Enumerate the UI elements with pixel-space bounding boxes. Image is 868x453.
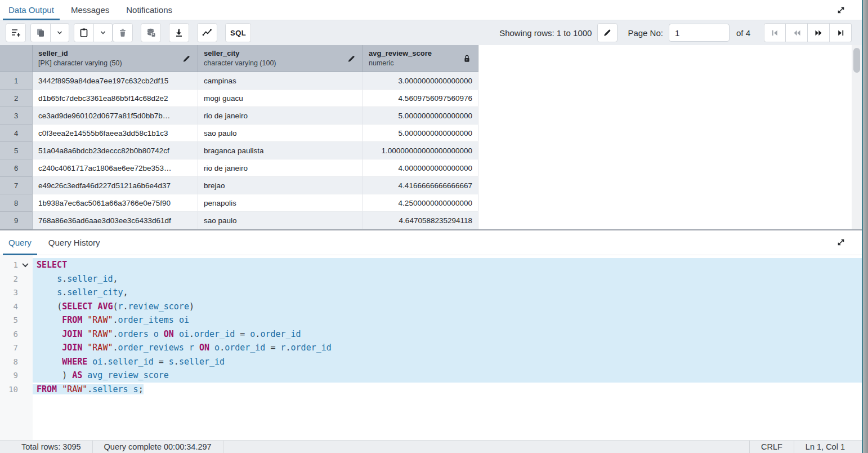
row-number[interactable]: 4 <box>0 125 33 142</box>
cell-seller-id[interactable]: 768a86e36ad6aae3d03ee3c6433d61df <box>33 212 198 229</box>
table-row: 6c240c4061717ac1806ae6ee72be353…rio de j… <box>0 159 478 177</box>
table-row: 7e49c26c3edfa46d227d5121a6b6e4d37brejao4… <box>0 177 478 194</box>
lock-icon <box>463 54 471 63</box>
line-number: 10 <box>0 385 18 394</box>
cell-seller-city[interactable]: rio de janeiro <box>198 159 363 177</box>
download-button[interactable] <box>169 23 189 42</box>
show-sql-button[interactable]: SQL <box>225 23 251 42</box>
table-row: 3ce3ad9de960102d0677a81f5d0bb7b…rio de j… <box>0 107 478 125</box>
results-grid: seller_id [PK] character varying (50) se… <box>0 45 862 229</box>
save-data-changes-button[interactable] <box>141 23 161 42</box>
copy-button[interactable] <box>30 23 51 42</box>
tab-data-output[interactable]: Data Output <box>0 0 62 20</box>
table-row: 4c0f3eea2e14555b6faeea3dd58c1b1c3sao pau… <box>0 125 478 142</box>
add-row-button[interactable] <box>6 23 26 42</box>
cell-seller-id[interactable]: ce3ad9de960102d0677a81f5d0bb7b… <box>33 107 198 125</box>
edit-row-range-button[interactable] <box>597 23 618 42</box>
cell-seller-id[interactable]: d1b65fc7debc3361ea86b5f14c68d2e2 <box>33 90 198 107</box>
code-text: JOIN "RAW".orders o ON oi.order_id = o.o… <box>33 329 301 339</box>
total-rows-status: Total rows: 3095 <box>10 441 93 453</box>
query-panel-tabs: Query Query History <box>0 230 862 255</box>
cell-avg-review-score[interactable]: 1.00000000000000000000 <box>363 142 478 159</box>
code-text: WHERE oi.seller_id = s.seller_id <box>33 357 225 367</box>
next-page-button[interactable] <box>808 23 830 42</box>
cell-avg-review-score[interactable]: 4.6470588235294118 <box>363 212 478 229</box>
row-number[interactable]: 5 <box>0 142 33 159</box>
fold-chevron-icon[interactable] <box>22 261 28 267</box>
cell-seller-city[interactable]: sao paulo <box>198 125 363 142</box>
line-number: 7 <box>0 343 18 352</box>
tab-query-history[interactable]: Query History <box>40 230 109 255</box>
code-line[interactable]: 7 JOIN "RAW".order_reviews r ON o.order_… <box>0 341 862 355</box>
code-line[interactable]: 3 s.seller_city, <box>0 286 862 300</box>
code-text: FROM "RAW".order_items oi <box>33 315 189 325</box>
paste-options-dropdown[interactable] <box>94 23 113 42</box>
showing-rows-label: Showing rows: 1 to 1000 <box>499 28 592 38</box>
cell-seller-city[interactable]: campinas <box>198 72 363 90</box>
cell-avg-review-score[interactable]: 4.2500000000000000 <box>363 194 478 212</box>
cursor-position-indicator: Ln 1, Col 1 <box>794 441 862 453</box>
cell-seller-city[interactable]: brejao <box>198 177 363 194</box>
sql-editor[interactable]: 1SELECT2 s.seller_id,3 s.seller_city,4 (… <box>0 255 862 440</box>
row-number[interactable]: 1 <box>0 72 33 90</box>
code-line[interactable]: 6 JOIN "RAW".orders o ON oi.order_id = o… <box>0 327 862 341</box>
code-text: SELECT <box>33 260 67 270</box>
tab-notifications[interactable]: Notifications <box>118 0 181 20</box>
cell-avg-review-score[interactable]: 4.5609756097560976 <box>363 90 478 107</box>
cell-seller-id[interactable]: c0f3eea2e14555b6faeea3dd58c1b1c3 <box>33 125 198 142</box>
first-page-button[interactable] <box>764 23 786 42</box>
cell-avg-review-score[interactable]: 4.4166666666666667 <box>363 177 478 194</box>
eol-indicator[interactable]: CRLF <box>749 441 794 453</box>
row-number[interactable]: 2 <box>0 90 33 107</box>
row-number[interactable]: 8 <box>0 194 33 212</box>
copy-button-group <box>30 23 69 42</box>
cell-avg-review-score[interactable]: 5.0000000000000000 <box>363 125 478 142</box>
cell-avg-review-score[interactable]: 3.0000000000000000 <box>363 72 478 90</box>
row-number[interactable]: 7 <box>0 177 33 194</box>
line-number: 2 <box>0 274 18 283</box>
cell-seller-city[interactable]: sao paulo <box>198 212 363 229</box>
cell-seller-id[interactable]: e49c26c3edfa46d227d5121a6b6e4d37 <box>33 177 198 194</box>
code-line[interactable]: 1SELECT <box>0 258 862 272</box>
code-line[interactable]: 2 s.seller_id, <box>0 272 862 286</box>
code-line[interactable]: 8 WHERE oi.seller_id = s.seller_id <box>0 355 862 369</box>
grid-vertical-scrollbar[interactable] <box>852 45 862 229</box>
code-line[interactable]: 10FROM "RAW".sellers s; <box>0 383 862 397</box>
edit-pencil-icon <box>347 54 356 63</box>
row-number[interactable]: 9 <box>0 212 33 229</box>
graph-visualiser-button[interactable] <box>197 23 217 42</box>
data-output-toolbar: SQL Showing rows: 1 to 1000 Page No: of … <box>0 20 862 45</box>
paste-button[interactable] <box>74 23 94 42</box>
cell-avg-review-score[interactable]: 5.0000000000000000 <box>363 107 478 125</box>
code-line[interactable]: 4 (SELECT AVG(r.review_score) <box>0 300 862 314</box>
cell-seller-city[interactable]: penapolis <box>198 194 363 212</box>
cell-seller-id[interactable]: c240c4061717ac1806ae6ee72be353… <box>33 159 198 177</box>
column-header-seller-id[interactable]: seller_id [PK] character varying (50) <box>33 45 198 72</box>
line-number: 5 <box>0 316 18 325</box>
cell-seller-city[interactable]: braganca paulista <box>198 142 363 159</box>
cell-seller-city[interactable]: rio de janeiro <box>198 107 363 125</box>
cell-avg-review-score[interactable]: 4.0000000000000000 <box>363 159 478 177</box>
previous-page-button[interactable] <box>786 23 808 42</box>
cell-seller-city[interactable]: mogi guacu <box>198 90 363 107</box>
page-number-input[interactable] <box>669 24 730 42</box>
expand-editor-icon[interactable] <box>836 237 846 247</box>
tab-messages[interactable]: Messages <box>62 0 118 20</box>
row-number[interactable]: 6 <box>0 159 33 177</box>
table-row: 9768a86e36ad6aae3d03ee3c6433d61dfsao pau… <box>0 212 478 229</box>
column-header-seller-city[interactable]: seller_city character varying (100) <box>198 45 363 72</box>
delete-row-button[interactable] <box>113 23 133 42</box>
cell-seller-id[interactable]: 1b938a7ec6ac5061a66a3766e0e75f90 <box>33 194 198 212</box>
row-number[interactable]: 3 <box>0 107 33 125</box>
column-header-avg-review-score[interactable]: avg_review_score numeric <box>363 45 478 72</box>
grid-scrollbar-thumb[interactable] <box>853 48 860 73</box>
cell-seller-id[interactable]: 51a04a8a6bdcb23deccc82b0b80742cf <box>33 142 198 159</box>
last-page-button[interactable] <box>830 23 852 42</box>
select-all-corner[interactable] <box>0 45 33 72</box>
code-line[interactable]: 5 FROM "RAW".order_items oi <box>0 313 862 327</box>
cell-seller-id[interactable]: 3442f8959a84dea7ee197c632cb2df15 <box>33 72 198 90</box>
tab-query[interactable]: Query <box>0 230 40 255</box>
code-line[interactable]: 9 ) AS avg_review_score <box>0 368 862 383</box>
copy-options-dropdown[interactable] <box>51 23 69 42</box>
expand-panel-icon[interactable] <box>836 5 846 15</box>
